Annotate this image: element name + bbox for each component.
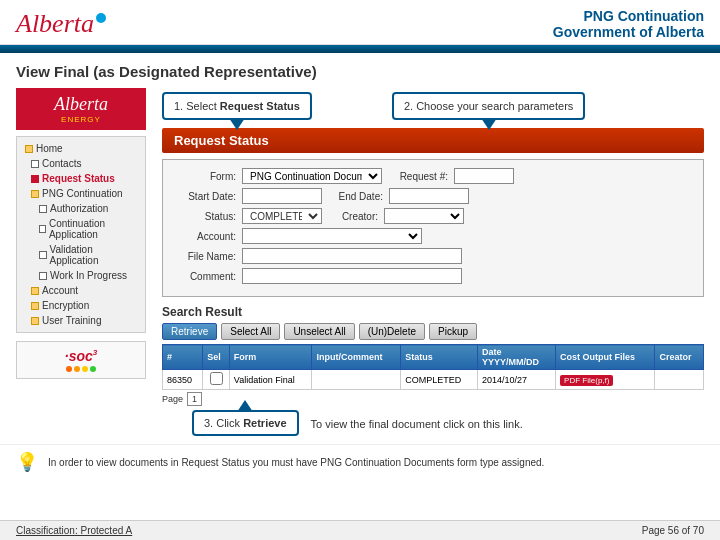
form-select-status[interactable]: COMPLETED PENDING ALL <box>242 208 322 224</box>
form-input-comment[interactable] <box>242 268 462 284</box>
info-text: In order to view documents in Request St… <box>48 457 544 468</box>
step3-row: 3. Click Retrieve To view the final docu… <box>162 410 704 436</box>
nav-item-encryption[interactable]: Encryption <box>21 298 141 313</box>
form-label-account: Account: <box>171 231 236 242</box>
col-header-cost-files: Cost Output Files <box>556 345 655 370</box>
page-icon <box>31 175 39 183</box>
page-icon <box>39 251 47 259</box>
soc-dot-4 <box>90 366 96 372</box>
step2-label: 2. Choose your search parameters <box>404 100 573 112</box>
pickup-button[interactable]: Pickup <box>429 323 477 340</box>
nav-label-contacts: Contacts <box>42 158 81 169</box>
form-select-account[interactable] <box>242 228 422 244</box>
nav-label-account: Account <box>42 285 78 296</box>
form-label-comment: Comment: <box>171 271 236 282</box>
nav-item-request-status[interactable]: Request Status <box>21 171 141 186</box>
cell-status: COMPLETED <box>401 370 478 390</box>
info-row: 💡 In order to view documents in Request … <box>0 444 720 479</box>
pdf-link[interactable]: PDF File(p,f) <box>560 375 613 386</box>
nav-item-account[interactable]: Account <box>21 283 141 298</box>
page-title: View Final (as Designated Representative… <box>0 53 720 88</box>
header-title: PNG Continuation Government of Alberta <box>553 8 704 40</box>
retrieve-button[interactable]: Retrieve <box>162 323 217 340</box>
right-content: 1. Select Request Status 2. Choose your … <box>162 88 704 436</box>
result-table: # Sel Form Input/Comment Status DateYYYY… <box>162 344 704 390</box>
form-row-status: Status: COMPLETED PENDING ALL Creator: <box>171 208 695 224</box>
folder-icon <box>31 302 39 310</box>
cell-sel <box>203 370 230 390</box>
form-label-form: Form: <box>171 171 236 182</box>
nav-item-work-in-progress[interactable]: Work In Progress <box>21 268 141 283</box>
nav-item-home[interactable]: Home <box>21 141 141 156</box>
form-row-filename: File Name: <box>171 248 695 264</box>
soc-box: ·soc3 <box>16 341 146 379</box>
form-row-dates: Start Date: End Date: <box>171 188 695 204</box>
page-icon <box>39 205 47 213</box>
folder-icon <box>31 190 39 198</box>
sidebar-logo: Alberta ENERGY <box>16 88 146 130</box>
col-header-sel: Sel <box>203 345 230 370</box>
page-number: 1 <box>187 392 202 406</box>
cell-form: Validation Final <box>229 370 312 390</box>
soc-dot-2 <box>74 366 80 372</box>
nav-label-continuation-app: Continuation Application <box>49 218 137 240</box>
form-input-start-date[interactable] <box>242 188 322 204</box>
folder-icon <box>31 287 39 295</box>
page-label: Page <box>162 394 183 404</box>
nav-item-validation-app[interactable]: Validation Application <box>21 242 141 268</box>
form-label-status: Status: <box>171 211 236 222</box>
nav-item-continuation-app[interactable]: Continuation Application <box>21 216 141 242</box>
soc-dot-1 <box>66 366 72 372</box>
unselect-all-button[interactable]: Unselect All <box>284 323 354 340</box>
soc-dot-3 <box>82 366 88 372</box>
nav-label-encryption: Encryption <box>42 300 89 311</box>
main-content: Alberta ENERGY Home Contacts Request Sta… <box>0 88 720 436</box>
form-input-filename[interactable] <box>242 248 462 264</box>
step3-label: 3. Click <box>204 417 243 429</box>
nav-item-authorization[interactable]: Authorization <box>21 201 141 216</box>
footer-page: Page 56 of 70 <box>642 525 704 536</box>
col-header-comment: Input/Comment <box>312 345 401 370</box>
soc-title: ·soc3 <box>21 348 141 364</box>
form-row-form: Form: PNG Continuation Documents Request… <box>171 168 695 184</box>
nav-item-png-continuation[interactable]: PNG Continuation <box>21 186 141 201</box>
footer-classification: Classification: Protected A <box>16 525 132 536</box>
folder-icon <box>31 317 39 325</box>
header: Alberta PNG Continuation Government of A… <box>0 0 720 45</box>
nav-item-contacts[interactable]: Contacts <box>21 156 141 171</box>
cell-cost-files: PDF File(p,f) <box>556 370 655 390</box>
undelete-button[interactable]: (Un)Delete <box>359 323 425 340</box>
soc-dots <box>21 366 141 372</box>
nav-label-request-status: Request Status <box>42 173 115 184</box>
form-input-end-date[interactable] <box>389 188 469 204</box>
select-all-button[interactable]: Select All <box>221 323 280 340</box>
step1-label: 1. Select <box>174 100 220 112</box>
steps-row: 1. Select Request Status 2. Choose your … <box>162 88 704 120</box>
col-header-num: # <box>163 345 203 370</box>
sidebar-logo-sub: ENERGY <box>22 115 140 124</box>
nav-label-user-training: User Training <box>42 315 101 326</box>
folder-icon <box>25 145 33 153</box>
form-label-end-date: End Date: <box>328 191 383 202</box>
step1-label-bold: Request Status <box>220 100 300 112</box>
step3-callout: 3. Click Retrieve <box>192 410 299 436</box>
header-title-line1: PNG Continuation <box>553 8 704 24</box>
form-row-account: Account: <box>171 228 695 244</box>
form-select-creator[interactable] <box>384 208 464 224</box>
sidebar: Alberta ENERGY Home Contacts Request Sta… <box>16 88 146 436</box>
sidebar-logo-text: Alberta <box>22 94 140 115</box>
col-header-status: Status <box>401 345 478 370</box>
form-label-start-date: Start Date: <box>171 191 236 202</box>
nav-label-home: Home <box>36 143 63 154</box>
form-row-comment: Comment: <box>171 268 695 284</box>
form-select-form[interactable]: PNG Continuation Documents <box>242 168 382 184</box>
page-icon <box>39 225 46 233</box>
page-icon <box>39 272 47 280</box>
nav-item-user-training[interactable]: User Training <box>21 313 141 328</box>
nav-label-work-in-progress: Work In Progress <box>50 270 127 281</box>
row-checkbox[interactable] <box>210 372 223 385</box>
nav-label-validation-app: Validation Application <box>50 244 137 266</box>
search-result-title: Search Result <box>162 305 704 319</box>
form-input-request-num[interactable] <box>454 168 514 184</box>
cell-num: 86350 <box>163 370 203 390</box>
